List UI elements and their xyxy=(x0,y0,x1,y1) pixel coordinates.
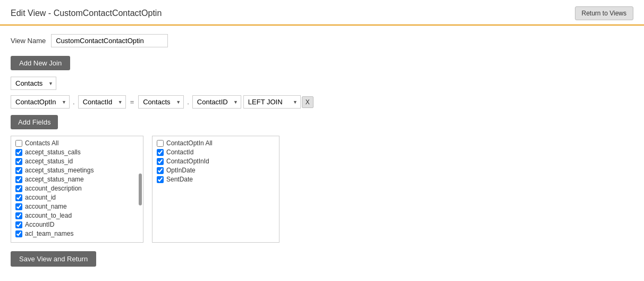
field-label: account_name xyxy=(25,203,67,210)
list-item: AccountID xyxy=(15,221,139,228)
list-item: accept_status_name xyxy=(15,176,139,183)
x-icon: X xyxy=(306,98,310,106)
list-item: acl_team_names xyxy=(15,230,139,237)
add-join-section: Add New Join xyxy=(11,56,633,77)
list-item: account_to_lead xyxy=(15,212,139,219)
remove-join-button[interactable]: X xyxy=(302,96,313,108)
field-checkbox[interactable] xyxy=(157,158,164,165)
table1-dropdown[interactable]: ContactOptIn xyxy=(11,95,70,109)
field-label: Contacts All xyxy=(25,139,58,147)
contacts-fields-box: Contacts Allaccept_status_callsaccept_st… xyxy=(11,136,143,243)
view-name-input[interactable] xyxy=(51,34,168,47)
field-label: accept_status_name xyxy=(25,176,84,183)
field-label: accept_status_meetings xyxy=(25,167,94,174)
field-label: AccountID xyxy=(25,221,54,228)
contacts-row: Contacts xyxy=(11,77,633,90)
join-type-select-wrapper[interactable]: LEFT JOIN INNER JOIN RIGHT JOIN xyxy=(243,95,301,109)
field-checkbox[interactable] xyxy=(15,185,22,192)
list-item: account_name xyxy=(15,203,139,210)
page-content: View Name Add New Join Contacts ContactO… xyxy=(0,26,644,275)
field-label: SentDate xyxy=(166,176,193,183)
return-to-views-button[interactable]: Return to Views xyxy=(575,6,634,20)
table2-select-wrapper[interactable]: Contacts xyxy=(138,95,184,109)
save-view-button[interactable]: Save View and Return xyxy=(11,251,96,267)
list-item: ContactOptInId xyxy=(157,158,275,165)
view-name-label: View Name xyxy=(11,37,46,45)
field-checkbox[interactable] xyxy=(15,203,22,210)
field-label: accept_status_id xyxy=(25,158,73,165)
list-item: ContactOptIn All xyxy=(157,139,275,147)
add-new-join-button[interactable]: Add New Join xyxy=(11,56,70,70)
list-item: SentDate xyxy=(157,176,275,183)
list-item: accept_status_meetings xyxy=(15,167,139,174)
field2-select-wrapper[interactable]: ContactID xyxy=(192,95,241,109)
join-type-dropdown[interactable]: LEFT JOIN INNER JOIN RIGHT JOIN xyxy=(243,95,301,109)
separator-1: . xyxy=(72,98,76,106)
field-label: ContactOptIn All xyxy=(166,139,213,147)
field-label: account_id xyxy=(25,194,56,201)
list-item: accept_status_calls xyxy=(15,148,139,156)
field-checkbox[interactable] xyxy=(15,221,22,228)
add-fields-button[interactable]: Add Fields xyxy=(11,115,58,129)
field-checkbox[interactable] xyxy=(157,149,164,156)
contactoptin-fields-box: ContactOptIn AllContactIdContactOptInIdO… xyxy=(152,136,279,243)
view-name-row: View Name xyxy=(11,34,633,47)
field-checkbox[interactable] xyxy=(15,167,22,174)
list-item: ContactId xyxy=(157,148,275,156)
join-type-wrapper: LEFT JOIN INNER JOIN RIGHT JOIN X xyxy=(243,95,313,109)
field-label: accept_status_calls xyxy=(25,148,81,156)
field-label: OptInDate xyxy=(166,167,196,174)
join-row: ContactOptIn . ContactId = Contacts . Co… xyxy=(11,95,633,109)
field-checkbox[interactable] xyxy=(15,140,22,147)
field-checkbox[interactable] xyxy=(15,149,22,156)
list-item: accept_status_id xyxy=(15,158,139,165)
field-checkbox[interactable] xyxy=(15,194,22,201)
contacts-dropdown[interactable]: Contacts xyxy=(11,77,56,90)
list-item: account_description xyxy=(15,185,139,192)
field-checkbox[interactable] xyxy=(15,230,22,237)
field-label: account_to_lead xyxy=(25,212,72,219)
field-label: ContactOptInId xyxy=(166,158,209,165)
list-item: OptInDate xyxy=(157,167,275,174)
field-checkbox[interactable] xyxy=(157,176,164,183)
page-header: Edit View - CustomContactContactOptin Re… xyxy=(0,0,644,26)
field-checkbox[interactable] xyxy=(15,176,22,183)
page-title: Edit View - CustomContactContactOptin xyxy=(11,9,162,18)
field-label: acl_team_names xyxy=(25,230,73,237)
field-label: ContactId xyxy=(166,148,193,156)
separator-2: . xyxy=(186,98,190,106)
contacts-select-wrapper[interactable]: Contacts xyxy=(11,77,56,90)
equals-sign: = xyxy=(128,98,137,106)
field1-dropdown[interactable]: ContactId xyxy=(78,95,126,109)
field-checkbox[interactable] xyxy=(157,167,164,174)
field-label: account_description xyxy=(25,185,82,192)
field1-select-wrapper[interactable]: ContactId xyxy=(78,95,126,109)
field-checkbox[interactable] xyxy=(15,158,22,165)
field-checkbox[interactable] xyxy=(157,140,164,147)
field2-dropdown[interactable]: ContactID xyxy=(192,95,241,109)
field-checkbox[interactable] xyxy=(15,212,22,219)
scroll-indicator xyxy=(139,173,142,205)
list-item: account_id xyxy=(15,194,139,201)
list-item: Contacts All xyxy=(15,139,139,147)
table1-select-wrapper[interactable]: ContactOptIn xyxy=(11,95,70,109)
table2-dropdown[interactable]: Contacts xyxy=(138,95,184,109)
fields-container: Contacts Allaccept_status_callsaccept_st… xyxy=(11,136,633,243)
